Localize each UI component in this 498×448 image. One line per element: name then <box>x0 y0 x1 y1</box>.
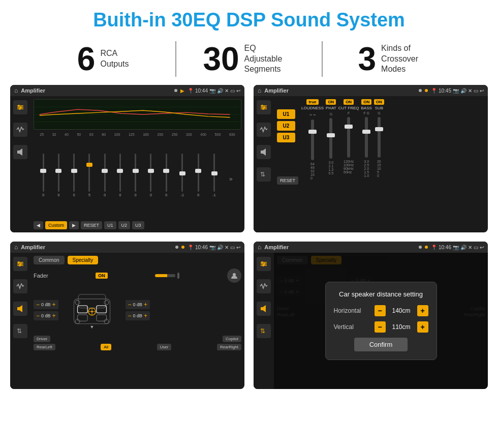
amp-sub-vals: 20151050 <box>377 160 381 177</box>
dist-home-icon[interactable]: ⌂ <box>258 244 261 251</box>
dist-sidebar-wave-icon[interactable] <box>257 279 271 293</box>
eq-home-icon[interactable]: ⌂ <box>14 87 18 94</box>
fader-sidebar-eq-icon[interactable] <box>13 257 27 271</box>
dist-vertical-minus[interactable]: − <box>375 321 386 333</box>
expand-arrow[interactable]: » <box>229 175 233 183</box>
fader-user-btn[interactable]: User <box>157 344 172 350</box>
svg-point-41 <box>104 300 109 305</box>
amp-bass-slider[interactable] <box>365 117 368 158</box>
eq-sidebar-wave-icon[interactable] <box>13 123 27 137</box>
eq-slider-4[interactable]: 5 <box>88 154 90 204</box>
eq-reset-btn[interactable]: RESET <box>81 221 102 229</box>
amp-sub-slider[interactable] <box>378 117 381 158</box>
fader-br-plus[interactable]: + <box>144 312 147 319</box>
fader-sidebar-speaker-icon[interactable] <box>13 302 27 316</box>
eq-play-btn[interactable]: ▶ <box>69 221 79 229</box>
fader-driver-btn[interactable]: Driver <box>34 336 50 342</box>
fader-sidebar-wave-icon[interactable] <box>13 279 27 293</box>
fader-all-btn[interactable]: All <box>101 344 111 350</box>
fader-tab-specialty[interactable]: Specialty <box>68 256 99 264</box>
eq-slider-7[interactable]: 0 <box>135 154 137 204</box>
eq-custom-btn[interactable]: Custom <box>45 221 67 229</box>
amp-phat-slider[interactable] <box>329 118 332 159</box>
dist-horizontal-minus[interactable]: − <box>375 305 386 316</box>
fader-profile-btn[interactable] <box>227 268 241 283</box>
fader-tl-plus[interactable]: + <box>52 301 56 308</box>
amp-cutfreq-slider[interactable] <box>347 117 350 158</box>
amp-loudness-scale: 644832160 <box>310 162 315 180</box>
eq-u3-btn[interactable]: U3 <box>132 221 144 229</box>
fader-sidebar-arrows-icon[interactable]: ⇅ <box>13 324 27 338</box>
eq-slider-3[interactable]: 0 <box>73 154 75 204</box>
dist-camera-icon: 📷 <box>453 245 459 250</box>
fader-tl-minus[interactable]: − <box>36 301 40 308</box>
eq-prev-btn[interactable]: ◀ <box>34 221 43 229</box>
amp-sidebar-speaker-icon[interactable] <box>257 145 271 159</box>
fader-back-icon[interactable]: ↩ <box>236 245 240 250</box>
amp-bass-fg: FG <box>363 111 369 115</box>
fader-br-minus[interactable]: − <box>128 312 132 319</box>
amp-back-icon[interactable]: ↩ <box>480 88 484 94</box>
fader-tr-plus[interactable]: + <box>144 301 147 308</box>
svg-rect-32 <box>77 306 87 313</box>
eq-slider-10[interactable]: -1 <box>181 154 184 204</box>
stat-crossover: 3 Kinds of Crossover Modes <box>323 43 468 75</box>
eq-sidebar-speaker-icon[interactable] <box>13 145 27 159</box>
eq-slider-12[interactable]: -1 <box>212 154 215 204</box>
eq-slider-6[interactable]: 0 <box>119 154 121 204</box>
amp-loudness-slider[interactable] <box>311 120 314 160</box>
eq-slider-1[interactable]: 0 <box>42 154 44 204</box>
fader-tr-minus[interactable]: − <box>128 301 132 308</box>
fader-v-slider[interactable] <box>177 273 179 279</box>
car-diagram: ▼ <box>61 290 122 331</box>
dist-status-icons: 📍 10:46 📷 🔊 ✕ ▭ ↩ <box>431 245 484 250</box>
eq-back-icon[interactable]: ↩ <box>236 88 240 94</box>
fader-rearleft-btn[interactable]: RearLeft <box>34 344 55 350</box>
fader-battery-icon: ▭ <box>230 245 235 250</box>
eq-slider-11[interactable]: 0 <box>197 154 199 204</box>
eq-slider-2[interactable]: 0 <box>57 154 59 204</box>
fader-copilot-btn[interactable]: Copilot <box>223 336 241 342</box>
svg-rect-51 <box>261 307 263 310</box>
eq-slider-5[interactable]: 0 <box>104 154 106 204</box>
fader-bl-plus[interactable]: + <box>52 312 56 319</box>
eq-u1-btn[interactable]: U1 <box>104 221 116 229</box>
svg-rect-17 <box>261 151 263 154</box>
amp-u1-btn[interactable]: U1 <box>277 109 295 119</box>
fader-sliders[interactable] <box>155 273 179 279</box>
stat-eq: 30 EQ Adjustable Segments <box>176 43 321 75</box>
amp-sidebar: ⇅ <box>254 96 274 232</box>
eq-u2-btn[interactable]: U2 <box>118 221 131 229</box>
dist-vertical-plus[interactable]: + <box>417 321 428 333</box>
amp-reset-btn[interactable]: RESET <box>277 176 298 185</box>
amp-u3-btn[interactable]: U3 <box>277 133 295 142</box>
dist-horizontal-row: Horizontal − 140cm + <box>334 305 428 316</box>
amp-cutfreq-vals: 120Hz100Hz80kHz60Hz <box>344 160 354 174</box>
amp-x-icon: ✕ <box>468 88 472 94</box>
amp-home-icon[interactable]: ⌂ <box>258 87 261 94</box>
amp-u2-btn[interactable]: U2 <box>277 121 295 131</box>
fader-h-slider[interactable] <box>155 274 175 277</box>
dist-sidebar-arrows-icon[interactable]: ⇅ <box>257 324 271 338</box>
fader-rearright-btn[interactable]: RearRight <box>217 344 241 350</box>
fader-indicator1 <box>175 246 178 249</box>
dist-horizontal-plus[interactable]: + <box>417 305 428 316</box>
dist-sidebar-eq-icon[interactable] <box>257 257 271 271</box>
dist-vertical-ctrl: − 110cm + <box>375 321 428 333</box>
eq-slider-9[interactable]: 0 <box>165 154 167 204</box>
dist-horizontal-value: 140cm <box>389 307 414 314</box>
dist-back-icon[interactable]: ↩ <box>480 245 484 250</box>
svg-text:▼: ▼ <box>89 324 94 330</box>
eq-slider-8[interactable]: 0 <box>150 154 152 204</box>
dist-sidebar-speaker-icon[interactable] <box>257 302 271 316</box>
fader-tab-common[interactable]: Common <box>34 256 65 264</box>
amp-loudness-label: LOUDNESS <box>301 106 324 110</box>
amp-bass-col: ON BASS FG 3.02.52.01.51.0 <box>361 99 372 177</box>
fader-home-icon[interactable]: ⌂ <box>14 244 18 251</box>
amp-sidebar-arrows-icon[interactable]: ⇅ <box>257 167 271 182</box>
eq-sidebar-eq-icon[interactable] <box>13 100 27 114</box>
amp-sidebar-eq-icon[interactable] <box>257 100 271 114</box>
dist-confirm-button[interactable]: Confirm <box>354 338 408 351</box>
amp-sidebar-wave-icon[interactable] <box>257 123 271 137</box>
fader-bl-minus[interactable]: − <box>36 312 40 319</box>
